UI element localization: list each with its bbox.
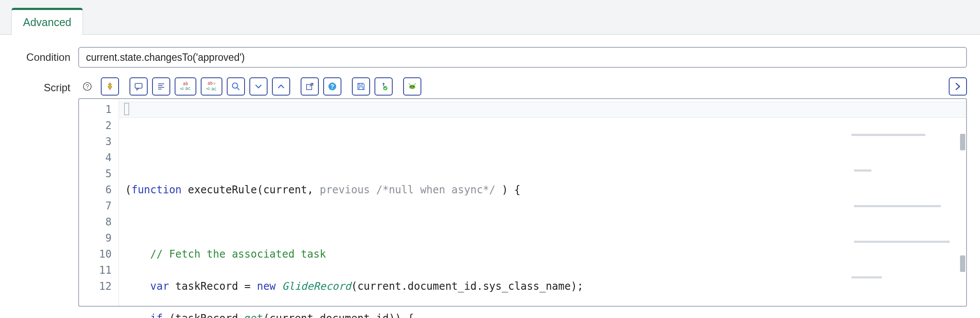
- line-number: 2: [79, 118, 119, 134]
- line-number: 10: [79, 246, 119, 262]
- scrollbar-thumb[interactable]: [960, 134, 965, 150]
- line-number: 4: [79, 150, 119, 166]
- svg-line-18: [409, 83, 410, 85]
- svg-text:?: ?: [86, 83, 89, 90]
- svg-line-19: [414, 83, 416, 85]
- line-number: 12: [79, 278, 119, 295]
- line-number: 1: [79, 102, 119, 118]
- svg-point-16: [411, 86, 412, 87]
- svg-point-15: [409, 85, 415, 89]
- script-label: Script: [13, 77, 78, 94]
- script-editor-wrap: ? ab ➪ac: [78, 77, 967, 307]
- find-prev-icon[interactable]: [272, 77, 290, 96]
- search-icon[interactable]: [227, 77, 245, 96]
- svg-line-8: [237, 88, 239, 90]
- condition-label: Condition: [13, 51, 78, 63]
- svg-point-17: [413, 86, 414, 87]
- find-replace-all-icon[interactable]: ab≡ ➪ac: [201, 77, 222, 96]
- find-replace-icon[interactable]: ab ➪ac: [175, 77, 196, 96]
- editor-minimap[interactable]: [851, 102, 960, 123]
- editor-gutter: 1 2 3 4 5 6 7 8 9 10 11 12: [79, 99, 119, 306]
- script-row: Script ? ab ➪ac: [13, 77, 967, 307]
- line-number: 7: [79, 198, 119, 214]
- condition-input[interactable]: [78, 47, 967, 68]
- line-number: 3: [79, 134, 119, 150]
- tab-strip: Advanced: [0, 0, 980, 35]
- svg-point-7: [232, 83, 238, 88]
- active-line-highlight: [119, 102, 966, 118]
- comment-icon[interactable]: [129, 77, 148, 96]
- editor-toolbar: ? ab ➪ac: [78, 77, 967, 96]
- expand-editor-icon[interactable]: [949, 77, 967, 96]
- syntax-toggle-icon[interactable]: [101, 77, 119, 96]
- line-number: 6: [79, 182, 119, 198]
- code-area[interactable]: (function executeRule(current, previous …: [119, 99, 966, 306]
- svg-rect-2: [135, 83, 142, 88]
- help-icon[interactable]: ?: [78, 77, 96, 96]
- save-icon[interactable]: [352, 77, 370, 96]
- svg-rect-12: [359, 83, 362, 86]
- tab-advanced[interactable]: Advanced: [11, 8, 83, 35]
- context-icon[interactable]: [403, 77, 421, 96]
- svg-point-14: [383, 86, 387, 90]
- script-debugger-icon[interactable]: [374, 77, 393, 96]
- condition-row: Condition: [13, 47, 967, 68]
- form-panel: Condition Script ?: [0, 35, 980, 318]
- line-number: 5: [79, 166, 119, 182]
- find-next-icon[interactable]: [249, 77, 268, 96]
- info-circle-icon[interactable]: ?: [323, 77, 341, 96]
- line-number: 11: [79, 262, 119, 278]
- format-code-icon[interactable]: [152, 77, 170, 96]
- text-cursor: [124, 103, 129, 115]
- line-number: 8: [79, 214, 119, 230]
- popout-icon[interactable]: [301, 77, 319, 96]
- svg-text:?: ?: [331, 83, 334, 90]
- svg-rect-13: [359, 87, 363, 89]
- script-editor[interactable]: 1 2 3 4 5 6 7 8 9 10 11 12 (function ex: [78, 98, 967, 307]
- line-number: 9: [79, 230, 119, 246]
